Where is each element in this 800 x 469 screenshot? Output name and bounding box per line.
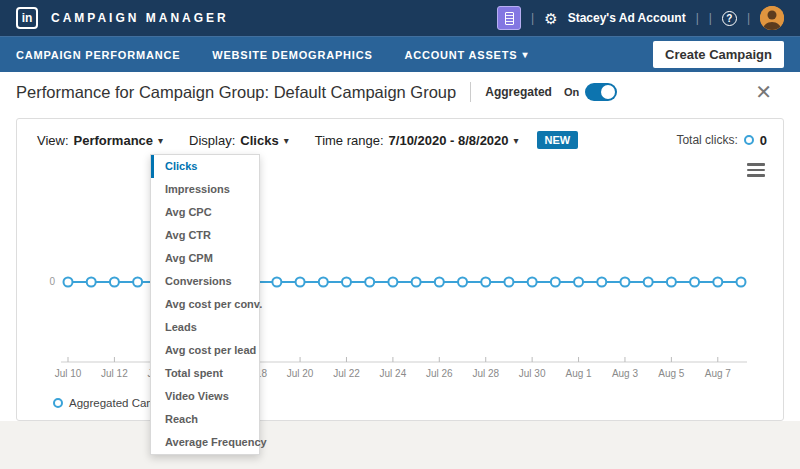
- dropdown-item[interactable]: Leads: [151, 316, 259, 339]
- dropdown-item[interactable]: Average Frequency: [151, 431, 259, 454]
- dropdown-item[interactable]: Avg CPC: [151, 201, 259, 224]
- nav-account-assets[interactable]: ACCOUNT ASSETS▾: [405, 49, 529, 61]
- receipt-glyph-icon: [505, 12, 514, 25]
- view-selector[interactable]: View: Performance ▾: [37, 133, 163, 148]
- total-clicks-value: 0: [760, 133, 767, 148]
- svg-text:Aug 5: Aug 5: [658, 368, 685, 379]
- top-header: in CAMPAIGN MANAGER | ⚙ Stacey's Ad Acco…: [0, 0, 800, 36]
- dropdown-item[interactable]: Video Views: [151, 385, 259, 408]
- aggregated-label: Aggregated: [485, 85, 552, 99]
- user-avatar[interactable]: [760, 6, 784, 30]
- linkedin-logo-icon[interactable]: in: [16, 7, 38, 29]
- svg-text:Jul 10: Jul 10: [55, 368, 82, 379]
- dropdown-item[interactable]: Avg CPM: [151, 247, 259, 270]
- divider: [470, 82, 471, 102]
- campaign-manager-page: in CAMPAIGN MANAGER | ⚙ Stacey's Ad Acco…: [0, 0, 800, 469]
- time-range-selector[interactable]: Time range: 7/10/2020 - 8/8/2020 ▾: [315, 133, 519, 148]
- page-background: [0, 421, 800, 469]
- svg-text:Jul 20: Jul 20: [287, 368, 314, 379]
- performance-chart: 0Jul 10Jul 12Jul 14Jul 16Jul 18Jul 20Jul…: [17, 151, 783, 395]
- separator: |: [696, 11, 699, 25]
- title-bar: Performance for Campaign Group: Default …: [0, 72, 800, 112]
- legend-marker-icon: [53, 398, 63, 408]
- separator: |: [709, 11, 712, 25]
- display-value: Clicks: [240, 133, 278, 148]
- dropdown-item[interactable]: Reach: [151, 408, 259, 431]
- view-label: View:: [37, 133, 69, 148]
- linkedin-logo-text: in: [22, 11, 33, 25]
- nav-label: CAMPAIGN PERFORMANCE: [16, 49, 180, 61]
- settings-gear-icon[interactable]: ⚙: [544, 11, 557, 26]
- svg-text:Aug 7: Aug 7: [705, 368, 732, 379]
- svg-text:Aug 3: Aug 3: [612, 368, 639, 379]
- svg-text:Jul 26: Jul 26: [426, 368, 453, 379]
- help-icon[interactable]: ?: [722, 11, 737, 26]
- dropdown-item[interactable]: Impressions: [151, 178, 259, 201]
- chevron-down-icon: ▾: [514, 135, 519, 146]
- svg-text:Jul 12: Jul 12: [101, 368, 128, 379]
- time-range-label: Time range:: [315, 133, 384, 148]
- dropdown-item[interactable]: Avg cost per lead: [151, 339, 259, 362]
- svg-text:Jul 22: Jul 22: [333, 368, 360, 379]
- svg-text:0: 0: [49, 276, 55, 287]
- performance-card: View: Performance ▾ Display: Clicks ▾ Ti…: [16, 118, 784, 421]
- avatar-image: [760, 6, 784, 30]
- nav-campaign-performance[interactable]: CAMPAIGN PERFORMANCE: [16, 49, 180, 61]
- separator: |: [531, 11, 534, 25]
- toggle-knob: [601, 85, 615, 99]
- svg-text:Jul 24: Jul 24: [380, 368, 407, 379]
- chevron-down-icon: ▾: [284, 135, 289, 146]
- nav-label: ACCOUNT ASSETS: [405, 49, 518, 61]
- create-campaign-button[interactable]: Create Campaign: [653, 41, 784, 68]
- svg-text:Aug 1: Aug 1: [565, 368, 592, 379]
- dropdown-item[interactable]: Clicks: [151, 155, 259, 178]
- performance-chart-svg: 0Jul 10Jul 12Jul 14Jul 16Jul 18Jul 20Jul…: [17, 151, 783, 395]
- close-icon[interactable]: ✕: [755, 82, 772, 102]
- chevron-down-icon: ▾: [522, 49, 528, 60]
- svg-text:Jul 30: Jul 30: [519, 368, 546, 379]
- total-clicks: Total clicks: 0: [676, 133, 767, 148]
- chevron-down-icon: ▾: [158, 135, 163, 146]
- display-selector[interactable]: Display: Clicks ▾: [189, 133, 289, 148]
- main-nav: CAMPAIGN PERFORMANCE WEBSITE DEMOGRAPHIC…: [0, 36, 800, 72]
- account-name[interactable]: Stacey's Ad Account: [568, 11, 686, 25]
- aggregated-toggle[interactable]: [585, 83, 617, 101]
- display-label: Display:: [189, 133, 235, 148]
- time-range-value: 7/10/2020 - 8/8/2020: [389, 133, 509, 148]
- svg-text:Jul 28: Jul 28: [472, 368, 499, 379]
- toggle-state-label: On: [564, 86, 579, 98]
- dropdown-item[interactable]: Avg CTR: [151, 224, 259, 247]
- business-app-icon[interactable]: [497, 6, 521, 30]
- top-header-right: | ⚙ Stacey's Ad Account | | ? |: [497, 6, 784, 30]
- view-value: Performance: [74, 133, 153, 148]
- series-marker-icon: [744, 135, 754, 145]
- page-title: Performance for Campaign Group: Default …: [16, 83, 456, 102]
- separator: |: [747, 11, 750, 25]
- new-badge: NEW: [537, 131, 579, 149]
- dropdown-item[interactable]: Conversions: [151, 270, 259, 293]
- display-metric-dropdown: ClicksImpressionsAvg CPCAvg CTRAvg CPMCo…: [150, 154, 260, 455]
- dropdown-item[interactable]: Avg cost per conv.: [151, 293, 259, 316]
- dropdown-item[interactable]: Total spent: [151, 362, 259, 385]
- chart-controls: View: Performance ▾ Display: Clicks ▾ Ti…: [17, 119, 783, 149]
- nav-website-demographics[interactable]: WEBSITE DEMOGRAPHICS: [212, 49, 372, 61]
- total-clicks-label: Total clicks:: [676, 133, 737, 147]
- chart-legend[interactable]: Aggregated Campaign: [17, 397, 783, 409]
- app-title: CAMPAIGN MANAGER: [51, 11, 229, 25]
- nav-label: WEBSITE DEMOGRAPHICS: [212, 49, 372, 61]
